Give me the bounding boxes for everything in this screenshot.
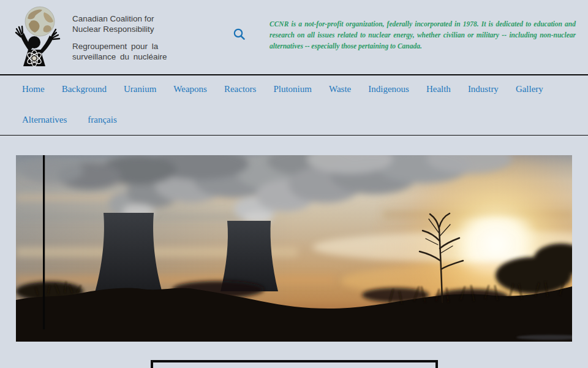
site-title-en-line2: Nuclear Responsibility xyxy=(72,24,167,34)
nav-item-weapons[interactable]: Weapons xyxy=(173,83,207,95)
ccnr-homepage: Canadian Coalition for Nuclear Responsib… xyxy=(0,0,588,368)
site-tagline: CCNR is a not-for-profit organization, f… xyxy=(270,18,576,52)
site-title-fr-line2: surveillance du nucléaire xyxy=(72,52,167,62)
nav-item-plutonium[interactable]: Plutonium xyxy=(273,83,312,95)
main-content xyxy=(0,155,588,368)
search-icon xyxy=(231,26,248,44)
site-title-fr-line1: Regroupement pour la xyxy=(72,41,167,52)
ccnr-logo-icon xyxy=(15,2,64,66)
nav-item-indigenous[interactable]: Indigenous xyxy=(368,83,409,95)
site-logo[interactable]: Canadian Coalition for Nuclear Responsib… xyxy=(15,2,167,66)
nav-item-reactors[interactable]: Reactors xyxy=(224,83,256,95)
site-title: Canadian Coalition for Nuclear Responsib… xyxy=(72,13,167,62)
nav-item-health[interactable]: Health xyxy=(426,83,451,95)
nav-row-1: Home Background Uranium Weapons Reactors… xyxy=(22,83,588,95)
search-button[interactable] xyxy=(231,26,248,44)
nav-item-alternatives[interactable]: Alternatives xyxy=(22,113,67,126)
content-box xyxy=(151,360,438,368)
nav-item-francais[interactable]: français xyxy=(88,113,116,126)
site-title-en-line1: Canadian Coalition for xyxy=(72,13,167,24)
nav-item-waste[interactable]: Waste xyxy=(329,83,351,95)
main-nav: Home Background Uranium Weapons Reactors… xyxy=(0,74,588,136)
nav-item-uranium[interactable]: Uranium xyxy=(124,83,156,95)
nav-item-home[interactable]: Home xyxy=(22,83,45,95)
hero-image xyxy=(16,155,572,342)
nav-item-background[interactable]: Background xyxy=(62,83,107,95)
cooling-towers-sunset-illustration xyxy=(16,155,572,342)
nav-item-gallery[interactable]: Gallery xyxy=(516,83,543,95)
site-header: Canadian Coalition for Nuclear Responsib… xyxy=(0,0,588,74)
nav-item-industry[interactable]: Industry xyxy=(468,83,499,95)
nav-row-2: Alternatives français xyxy=(22,113,588,126)
